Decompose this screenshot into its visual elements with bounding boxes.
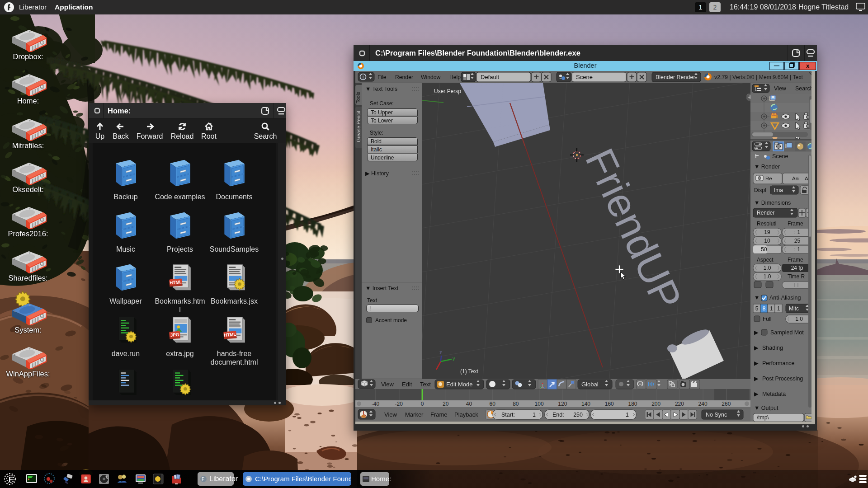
svg-text:1.0: 1.0: [764, 273, 771, 280]
svg-text:No Sync: No Sync: [706, 412, 727, 418]
svg-text:50: 50: [761, 246, 767, 253]
svg-text:1.0: 1.0: [764, 265, 771, 271]
svg-text:Displ: Displ: [754, 187, 766, 193]
svg-text:HTML: HTML: [224, 332, 236, 338]
svg-text:60: 60: [489, 401, 495, 407]
svg-text:F: F: [9, 476, 13, 483]
svg-text:220: 220: [675, 401, 684, 407]
svg-text:240: 240: [698, 401, 708, 407]
svg-text:Edit: Edit: [402, 381, 412, 388]
svg-text:i: i: [363, 75, 363, 80]
svg-text:Mitc: Mitc: [789, 305, 799, 312]
svg-text:y: y: [453, 356, 455, 361]
svg-text:Ima: Ima: [774, 187, 783, 193]
svg-text:▶: ▶: [754, 360, 759, 366]
svg-text:/tmp\: /tmp\: [757, 414, 769, 421]
svg-text:1.0: 1.0: [795, 316, 803, 322]
svg-text:Frame: Frame: [788, 221, 803, 227]
svg-text:View: View: [774, 85, 787, 92]
svg-text:Marker: Marker: [405, 411, 424, 418]
svg-text:Sampled Mot: Sampled Mot: [770, 329, 804, 336]
svg-text:Resoluti: Resoluti: [757, 221, 776, 227]
svg-text:Render: Render: [757, 210, 774, 216]
svg-text:▼: ▼: [754, 295, 760, 301]
svg-text:250: 250: [573, 412, 583, 418]
svg-text:▶: ▶: [754, 329, 759, 336]
svg-text:24 fp: 24 fp: [791, 265, 803, 271]
svg-text:Scene: Scene: [772, 153, 788, 160]
svg-text:View: View: [381, 381, 394, 388]
svg-text:200: 200: [651, 401, 660, 407]
svg-text:1: 1: [533, 412, 536, 418]
svg-text:40: 40: [466, 401, 472, 407]
svg-text:0: 0: [421, 401, 424, 407]
svg-text:JPG: JPG: [170, 332, 179, 338]
svg-text:19: 19: [764, 229, 770, 235]
svg-text:Start:: Start:: [501, 412, 515, 418]
svg-text:▼ Render: ▼ Render: [754, 164, 780, 170]
svg-text:F: F: [202, 477, 204, 482]
svg-text:25: 25: [794, 238, 801, 244]
svg-text:▼ Output: ▼ Output: [754, 405, 778, 411]
svg-text:View: View: [384, 411, 397, 418]
svg-text:Frame: Frame: [430, 411, 448, 418]
svg-text:v2.79 | Verts:0/0 | Mem:9.60M: v2.79 | Verts:0/0 | Mem:9.60M | Text: [714, 74, 803, 80]
svg-text:10: 10: [764, 238, 770, 244]
svg-text:Global: Global: [581, 381, 599, 388]
svg-text:HTML: HTML: [170, 279, 182, 285]
svg-text:▶: ▶: [754, 391, 759, 397]
svg-text:Blender Render: Blender Render: [656, 74, 695, 80]
svg-text:-40: -40: [372, 401, 380, 407]
svg-text:File: File: [377, 74, 387, 80]
svg-text:260: 260: [722, 401, 731, 407]
svg-text:z: z: [439, 350, 442, 355]
svg-text:▶: ▶: [754, 345, 759, 351]
svg-text:Shading: Shading: [762, 345, 783, 351]
svg-text:(1) Text: (1) Text: [460, 368, 478, 375]
svg-text:End:: End:: [552, 412, 564, 418]
svg-text:Aspect: Aspect: [757, 257, 774, 263]
svg-text:80: 80: [513, 401, 519, 407]
svg-text:140: 140: [581, 401, 590, 407]
svg-text:-20: -20: [395, 401, 403, 407]
svg-text:Ani: Ani: [792, 176, 800, 181]
svg-text:Search: Search: [795, 85, 813, 92]
svg-text:▼ Dimensions: ▼ Dimensions: [754, 200, 791, 206]
svg-text:Render: Render: [395, 74, 413, 80]
svg-text:Anti-Aliasing: Anti-Aliasing: [769, 295, 801, 301]
svg-text:User Persp: User Persp: [434, 88, 461, 94]
svg-text:20: 20: [443, 401, 449, 407]
svg-text:1: 1: [626, 412, 629, 418]
svg-text:Frame: Frame: [788, 257, 803, 263]
svg-text:100: 100: [535, 401, 544, 407]
svg-text:: 1: : 1: [794, 229, 801, 235]
svg-text:Edit Mode: Edit Mode: [446, 381, 473, 388]
svg-text:Performance: Performance: [762, 360, 795, 366]
svg-text:Playback: Playback: [454, 411, 478, 418]
svg-text:Text: Text: [420, 381, 431, 388]
svg-text:Default: Default: [481, 74, 500, 80]
svg-text:Help: Help: [449, 74, 461, 80]
svg-text:Metadata: Metadata: [762, 391, 786, 397]
svg-text:120: 120: [558, 401, 567, 407]
svg-text:Post Processing: Post Processing: [762, 375, 803, 382]
svg-text:8: 8: [763, 305, 766, 312]
svg-text:Time R: Time R: [788, 273, 805, 280]
svg-text:Window: Window: [421, 74, 441, 80]
svg-text:Full: Full: [763, 316, 771, 322]
svg-text:Re: Re: [765, 176, 772, 181]
svg-text:160: 160: [605, 401, 614, 407]
svg-text:▶: ▶: [754, 375, 759, 382]
svg-text:180: 180: [628, 401, 637, 407]
svg-text:5: 5: [755, 305, 759, 312]
svg-text:1: 1: [777, 305, 780, 312]
svg-text:FriendUP: FriendUP: [577, 142, 690, 317]
svg-text:Scene: Scene: [576, 74, 593, 80]
svg-text:: 1: : 1: [794, 246, 801, 253]
svg-text:1: 1: [770, 305, 773, 312]
